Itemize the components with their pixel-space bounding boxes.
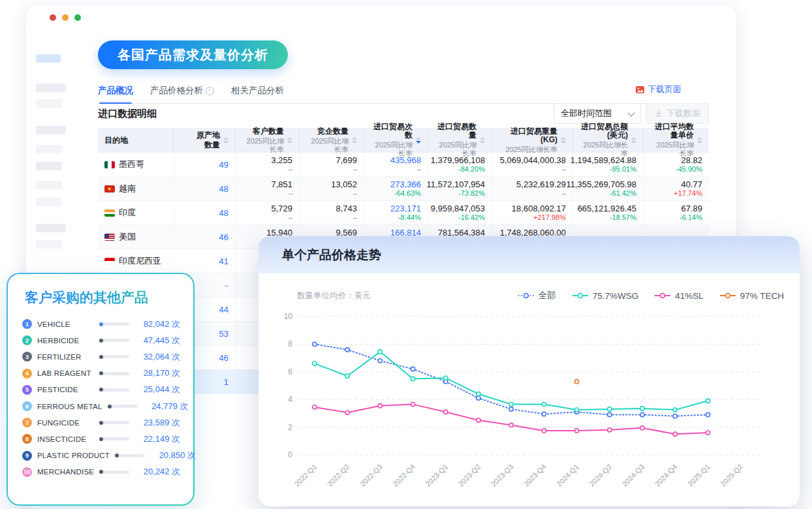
purchase-count: 23,589 次 <box>137 417 180 429</box>
tab-bar: 产品概况产品价格分析相关产品分析 <box>98 85 709 104</box>
list-item[interactable]: 9PLASTIC PRODUCT20,850 次 <box>22 448 180 464</box>
sidebar-item-placeholder[interactable] <box>36 126 66 134</box>
time-range-select[interactable]: 全部时间范围 <box>554 103 641 124</box>
table-row[interactable]: 印度485,729–8,743–223,171-8.44%9,959,847,0… <box>98 201 709 225</box>
sort-caret-icon[interactable] <box>416 137 421 144</box>
cell-value: 28.82 <box>681 155 702 165</box>
cell-value: 11,355,269,705.98 <box>567 179 636 189</box>
column-title-line1: 进口贸易次数 <box>371 123 413 140</box>
sidebar-item-placeholder[interactable] <box>36 84 66 92</box>
purchase-count: 47,445 次 <box>137 335 180 347</box>
mini-bar-dot <box>99 339 103 343</box>
table-cell: 8,743– <box>299 201 364 224</box>
cell-value: 5,729 <box>271 204 292 213</box>
origin-count-cell[interactable]: 41 <box>173 249 235 273</box>
minimize-button[interactable] <box>62 14 69 21</box>
table-header-cell[interactable]: 原产地数量 <box>173 128 235 153</box>
svg-text:2023-Q1: 2023-Q1 <box>424 463 449 488</box>
column-title-line1: 竞企数量 <box>306 127 349 136</box>
sort-desc-icon <box>697 141 702 144</box>
column-title-line2: 数量 <box>196 141 220 149</box>
sidebar-item-placeholder[interactable] <box>36 145 62 153</box>
sidebar-item-placeholder[interactable] <box>36 240 62 249</box>
legend-label: 全部 <box>539 290 556 301</box>
sort-caret-icon[interactable] <box>352 137 357 144</box>
svg-text:2024-Q3: 2024-Q3 <box>621 463 646 488</box>
mini-bar-track <box>102 421 129 424</box>
column-title: 竞企数量2025同比增长率 <box>306 127 349 154</box>
table-header-cell[interactable]: 进口贸易重量(KG)2025同比增长率 <box>492 128 572 153</box>
table-row[interactable]: 越南487,851–13,052–273,366-64.63%11,572,10… <box>98 177 709 201</box>
list-item[interactable]: 3FERTILIZER32,064 次 <box>22 348 180 365</box>
table-header-cell[interactable]: 进口贸易总额(美元)2025同比增长率 <box>572 128 643 153</box>
tab-2[interactable]: 产品价格分析 <box>150 85 214 97</box>
legend-item-41%SL[interactable]: 41%SL <box>654 291 704 301</box>
download-page-link[interactable]: 下载页面 <box>636 84 681 95</box>
download-data-label: 下载数据 <box>666 108 700 119</box>
flag-icon-mx <box>104 161 115 168</box>
table-cell[interactable]: 273,366-64.63% <box>364 177 428 200</box>
table-header-cell[interactable]: 进口贸易数量2025同比增长率 <box>428 128 492 153</box>
list-item[interactable]: 10MERCHANDISE20,242 次 <box>22 464 180 480</box>
list-item[interactable]: 2HERBICIDE47,445 次 <box>22 332 180 348</box>
svg-text:2023-Q3: 2023-Q3 <box>490 463 515 488</box>
purchase-count: 20,850 次 <box>153 450 196 461</box>
table-header-cell[interactable]: 客户数量2025同比增长率 <box>235 128 299 153</box>
close-button[interactable] <box>50 14 56 21</box>
legend-item-97% TECH[interactable]: 97% TECH <box>719 291 784 301</box>
sidebar-item-placeholder[interactable] <box>36 198 62 206</box>
list-item[interactable]: 5PESTICIDE25,044 次 <box>22 382 180 398</box>
origin-count-cell[interactable]: 48 <box>173 201 235 224</box>
sort-caret-icon[interactable] <box>631 137 636 144</box>
rank-badge: 4 <box>22 369 32 378</box>
origin-count-cell[interactable]: 49 <box>173 153 235 176</box>
download-data-button[interactable]: 下载数据 <box>646 103 709 124</box>
origin-count-cell[interactable]: 48 <box>173 177 235 200</box>
cell-trend: -85.01% <box>610 165 636 174</box>
svg-text:10: 10 <box>284 312 293 321</box>
list-item[interactable]: 4LAB REAGENT28,170 次 <box>22 365 180 382</box>
table-cell[interactable]: 223,171-8.44% <box>364 201 428 224</box>
column-title-line1: 进口贸易数量 <box>435 123 476 140</box>
purchase-count: 20,242 次 <box>137 466 180 478</box>
other-products-title: 客户采购的其他产品 <box>25 288 193 307</box>
svg-text:2023-Q2: 2023-Q2 <box>457 463 482 488</box>
origin-count-cell[interactable]: 46 <box>173 225 235 249</box>
sort-caret-icon[interactable] <box>223 137 228 144</box>
list-item[interactable]: 1VEHICLE82,042 次 <box>22 316 180 332</box>
country-name: 印度 <box>119 207 136 219</box>
rank-badge: 6 <box>22 401 32 411</box>
sidebar-item-placeholder[interactable] <box>36 54 61 63</box>
legend-item-全部[interactable]: 全部 <box>518 290 556 301</box>
tab-1[interactable]: 产品概况 <box>98 85 133 97</box>
sidebar-item-placeholder[interactable] <box>36 224 66 232</box>
list-item[interactable]: 7FUNGICIDE23,589 次 <box>22 414 180 431</box>
cell-value: 7,699 <box>336 155 357 165</box>
download-page-label: 下载页面 <box>648 84 681 95</box>
column-title-line1: 进口平均数量单价 <box>650 123 694 140</box>
table-cell: 665,121,926.45-18.57% <box>572 201 643 224</box>
sort-caret-icon[interactable] <box>480 137 485 144</box>
other-products-card: 客户采购的其他产品 1VEHICLE82,042 次2HERBICIDE47,4… <box>7 273 195 506</box>
sort-caret-icon[interactable] <box>561 137 566 144</box>
maximize-button[interactable] <box>74 14 81 21</box>
tab-3[interactable]: 相关产品分析 <box>231 85 284 97</box>
product-label: FERROUS METAL <box>37 403 102 410</box>
sidebar-item-placeholder[interactable] <box>36 181 62 189</box>
legend-item-75.7%WSG[interactable]: 75.7%WSG <box>572 291 639 301</box>
sidebar-item-placeholder[interactable] <box>36 162 62 170</box>
sort-caret-icon[interactable] <box>287 137 292 144</box>
table-cell[interactable]: 435,968– <box>364 153 428 176</box>
sidebar-item-placeholder[interactable] <box>36 99 62 108</box>
list-item[interactable]: 6FERROUS METAL24,779 次 <box>22 398 180 414</box>
mini-bar-dot <box>99 322 103 326</box>
product-label: MERCHANDISE <box>37 468 94 476</box>
table-row[interactable]: 墨西哥493,255–7,699–435,968–1,379,966,108-8… <box>98 153 709 177</box>
table-header-cell[interactable]: 进口平均数量单价2025同比增长率 <box>643 128 709 153</box>
cell-value: 5,232,619.29 <box>516 179 566 189</box>
table-header-cell[interactable]: 进口贸易次数2025同比增长率 <box>364 128 428 153</box>
price-trend-card: 单个产品价格走势 数量单位均价：美元 全部75.7%WSG41%SL97% TE… <box>258 236 800 506</box>
table-header-cell[interactable]: 竞企数量2025同比增长率 <box>299 128 364 153</box>
list-item[interactable]: 8INSECTICIDE22,149 次 <box>22 431 180 447</box>
sort-caret-icon[interactable] <box>697 137 702 144</box>
